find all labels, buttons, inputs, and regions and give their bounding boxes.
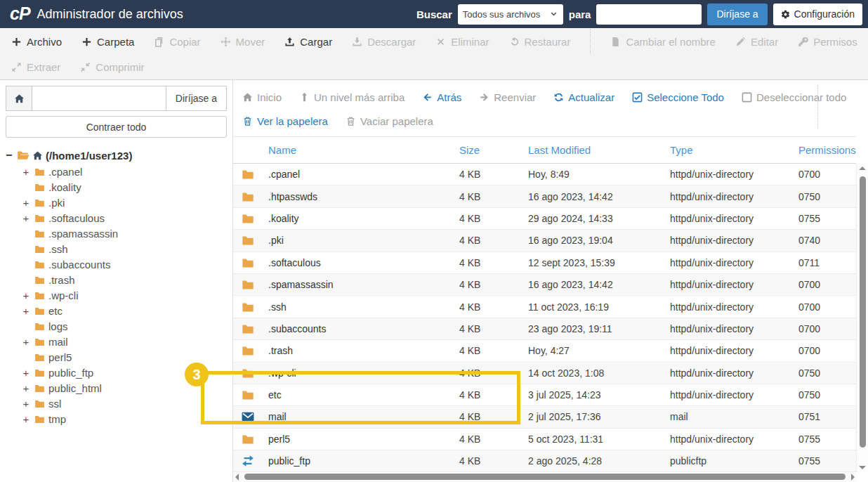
file-row-trash[interactable]: .trash4 KBHoy, 4:27httpd/unix-directory0… [233,340,856,362]
toolbar-row-2: ExtraerComprimir [0,55,868,79]
scroll-up-arrow[interactable] [859,167,866,170]
file-row-perl5[interactable]: perl54 KB5 oct 2023, 11:31httpd/unix-dir… [233,429,856,450]
nav-ver-la-papelera[interactable]: Ver la papelera [242,115,328,127]
file-row-koality[interactable]: .koality4 KB29 ago 2024, 14:33httpd/unix… [233,208,856,230]
nav-un-nivel-m-s-arriba[interactable]: Un nivel más arriba [299,91,405,103]
empty-box-icon [742,92,752,103]
folder-icon [242,190,254,203]
toolbar-comprimir[interactable]: Comprimir [80,61,144,73]
tree-item-spamassassin[interactable]: .spamassassin [0,226,232,241]
toolbar-editar[interactable]: Editar [735,36,778,48]
folder-icon [34,182,45,193]
nav-actualizar[interactable]: Actualizar [553,91,614,103]
toolbar-cambiar-el-nombre[interactable]: Cambiar el nombre [610,36,716,48]
expand-icon[interactable]: + [21,166,31,178]
toolbar-carpeta[interactable]: Carpeta [81,36,134,48]
search-scope-select[interactable]: Todos sus archivos [458,4,563,25]
column-header-permissions[interactable]: Permissions [793,144,856,156]
toolbar-archivo[interactable]: Archivo [11,36,62,48]
file-row-etc[interactable]: etc4 KB3 jul 2025, 14:23httpd/unix-direc… [233,384,856,406]
settings-label: Configuración [794,8,855,20]
expand-icon[interactable]: + [21,212,31,224]
nav-inicio[interactable]: Inicio [242,91,282,103]
action-toolbar: ArchivoCarpetaCopiarMoverCargarDescargar… [0,28,868,80]
toolbar-copiar[interactable]: Copiar [154,36,200,48]
column-header-size[interactable]: Size [454,144,522,156]
folder-icon [34,337,45,347]
file-row-cpanel[interactable]: .cpanel4 KBHoy, 8:49httpd/unix-directory… [233,164,856,185]
expand-icon[interactable]: + [21,413,31,425]
nav-atr-s[interactable]: Atrás [422,91,461,103]
tree-item-softaculous[interactable]: +.softaculous [0,210,232,226]
tree-root-home[interactable]: − (/home1/user123) [0,147,232,164]
expand-icon[interactable]: + [21,367,31,379]
expand-icon[interactable]: + [21,382,31,394]
header-go-button[interactable]: Diríjase a [707,4,767,25]
column-header-name[interactable]: Name [263,144,454,156]
nav-reenviar[interactable]: Reenviar [479,91,536,103]
sidebar-go-button[interactable]: Diríjase a [166,86,227,111]
up-icon [299,92,310,103]
toolbar-cargar[interactable]: Cargar [284,36,332,48]
tree-item-public-ftp[interactable]: +public_ftp [0,365,232,380]
column-header-last-modified[interactable]: Last Modified [522,144,664,156]
nav-deseleccionar-todo[interactable]: Deseleccionar todo [742,91,846,103]
tree-item-logs[interactable]: logs [0,318,232,334]
file-row-spamassassin[interactable]: .spamassassin4 KB16 ago 2023, 14:42httpd… [233,274,856,296]
collapse-icon[interactable]: − [6,149,14,162]
tree-item-perl5[interactable]: perl5 [0,349,232,365]
vertical-scrollbar[interactable] [856,164,868,472]
nav-vaciar-papelera[interactable]: Vaciar papelera [346,115,433,127]
folder-icon [34,197,45,208]
horizontal-scrollbar[interactable] [233,472,857,482]
expand-icon[interactable]: + [21,305,31,317]
toolbar-permisos[interactable]: Permisos [798,36,857,48]
scroll-left-arrow[interactable] [235,474,239,481]
toolbar-restaurar[interactable]: Restaurar [509,36,571,48]
expand-icon[interactable]: + [21,289,31,301]
file-row-pki[interactable]: .pki4 KB16 ago 2023, 19:04httpd/unix-dir… [233,230,856,252]
tree-item-ssh[interactable]: .ssh [0,241,232,256]
tree-item-etc[interactable]: +etc [0,303,232,318]
search-input[interactable] [596,4,702,25]
file-row-softaculous[interactable]: .softaculous4 KB12 sept 2023, 15:39httpd… [233,252,856,274]
file-row-wp-cli[interactable]: .wp-cli4 KB14 oct 2023, 1:08httpd/unix-d… [233,363,856,384]
scroll-right-arrow[interactable] [851,474,855,481]
tree-item-koality[interactable]: .koality [0,179,232,195]
expand-icon[interactable]: + [21,336,31,348]
settings-button[interactable]: Configuración [773,4,862,25]
expand-icon[interactable]: + [21,398,31,410]
toolbar-eliminar[interactable]: Eliminar [435,36,489,48]
path-input[interactable] [32,86,166,111]
file-row-htpasswds[interactable]: .htpasswds4 KB16 ago 2023, 14:42httpd/un… [233,185,856,207]
tree-item-cpanel[interactable]: +.cpanel [0,164,232,179]
collapse-all-button[interactable]: Contraer todo [6,116,227,138]
folder-open-icon [17,149,29,162]
expand-icon[interactable]: + [21,197,31,209]
home-button[interactable] [6,86,32,111]
folder-icon [34,167,45,177]
tree-item-ssl[interactable]: +ssl [0,396,232,411]
file-row-ssh[interactable]: .ssh4 KB11 oct 2023, 16:19httpd/unix-dir… [233,296,856,318]
tree-item-trash[interactable]: .trash [0,272,232,287]
tree-item-wp-cli[interactable]: +.wp-cli [0,287,232,303]
file-row-public-ftp[interactable]: public_ftp4 KB2 ago 2025, 4:28publicftp0… [233,450,856,472]
toolbar-extraer[interactable]: Extraer [11,61,60,73]
search-scope-value: Todos sus archivos [463,9,541,20]
tree-item-tmp[interactable]: +tmp [0,411,232,426]
horizontal-scroll-thumb[interactable] [244,474,846,480]
tree-item-mail[interactable]: +mail [0,334,232,349]
file-row-subaccounts[interactable]: .subaccounts4 KB23 ago 2023, 19:11httpd/… [233,318,856,340]
file-row-mail[interactable]: mail4 KB2 jul 2025, 17:36mail0751 [233,406,856,428]
column-header-type[interactable]: Type [664,144,793,156]
toolbar-descargar[interactable]: Descargar [352,36,416,48]
scroll-down-arrow[interactable] [859,466,866,469]
envelope-icon [242,410,254,423]
tree-item-public-html[interactable]: +public_html [0,380,232,396]
folder-icon [34,259,45,270]
toolbar-mover[interactable]: Mover [221,36,265,48]
tree-item-subaccounts[interactable]: .subaccounts [0,256,232,272]
vertical-scroll-thumb[interactable] [860,176,866,448]
nav-seleccione-todo[interactable]: Seleccione Todo [632,91,724,103]
tree-item-pki[interactable]: +.pki [0,195,232,210]
